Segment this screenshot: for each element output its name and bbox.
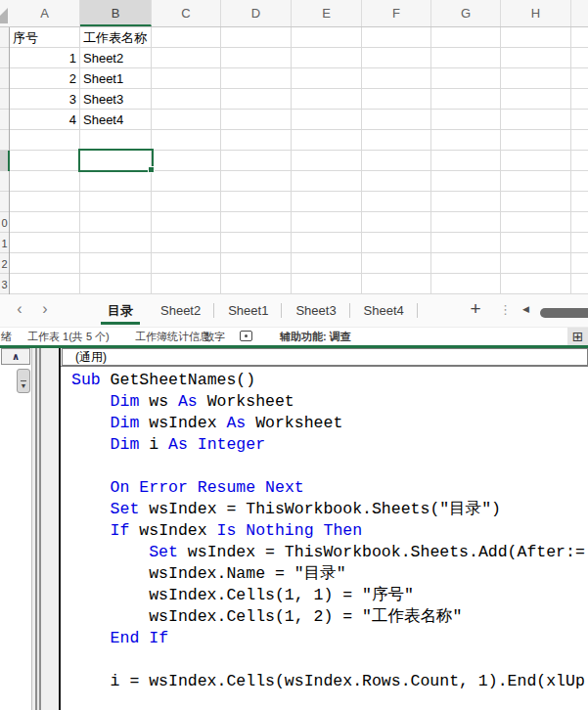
cell-b3[interactable]: Sheet1 [83, 70, 123, 88]
column-header-h[interactable]: H [501, 0, 571, 26]
cell-b1[interactable]: 工作表名称 [83, 29, 147, 47]
chevron-down-icon: ▼ [21, 380, 27, 390]
cell-a2[interactable]: 1 [10, 50, 76, 67]
column-header-row: A B C D E F G H [0, 0, 588, 27]
pane-scrollbar-thumb[interactable]: ▼ [17, 369, 30, 393]
status-sheet-count[interactable]: 工作表 1(共 5 个) [27, 328, 110, 345]
cell-b5[interactable]: Sheet4 [83, 111, 123, 129]
project-pane[interactable] [0, 348, 32, 710]
row-header-12[interactable]: 2 [0, 256, 9, 272]
horizontal-scrollbar-thumb[interactable] [540, 308, 588, 318]
select-all-corner[interactable] [0, 8, 8, 23]
column-header-f[interactable]: F [362, 0, 431, 26]
status-accessibility[interactable]: 辅助功能: 调查 [280, 328, 351, 345]
tab-scroll-right-button[interactable]: › [37, 300, 53, 318]
column-header-g[interactable]: G [431, 0, 501, 26]
cell-a1[interactable]: 序号 [13, 29, 38, 47]
sheet-tab-sheet1[interactable]: Sheet1 [214, 294, 282, 327]
column-header-e[interactable]: E [292, 0, 362, 26]
more-options-icon[interactable]: ⋮ [499, 302, 512, 317]
sheet-tab-mulu-active[interactable]: 目录 [94, 294, 147, 327]
code-editor-area[interactable]: Sub GetSheetNames() Dim ws As Worksheet … [61, 367, 588, 710]
sheet-tab-label: 目录 [108, 302, 133, 320]
sheet-tab-label: Sheet4 [364, 303, 404, 318]
cell-b2[interactable]: Sheet2 [83, 50, 123, 67]
column-header-c[interactable]: C [152, 0, 221, 26]
select-all-triangle-icon [0, 8, 8, 23]
row-header-7-selected[interactable] [0, 151, 10, 171]
cell-a5[interactable]: 4 [10, 111, 76, 129]
row-header-11[interactable]: 1 [0, 236, 9, 251]
cell-a3[interactable]: 2 [10, 70, 76, 88]
normal-view-button[interactable]: ⊞ [567, 328, 588, 345]
row-header-10[interactable]: 0 [0, 215, 9, 231]
cell-a4[interactable]: 3 [10, 91, 76, 109]
sheet-tab-sheet3[interactable]: Sheet3 [282, 294, 349, 327]
new-sheet-button[interactable]: + [467, 298, 484, 320]
pane-splitter[interactable] [35, 348, 41, 710]
column-header-d[interactable]: D [221, 0, 292, 26]
status-workbook-stats[interactable]: 工作簿统计信息 [135, 328, 210, 345]
hscroll-left-arrow-icon[interactable]: ◀ [522, 304, 529, 314]
macro-record-icon[interactable] [240, 331, 252, 341]
object-dropdown[interactable]: (通用) [62, 348, 588, 366]
sheet-tab-sheet2[interactable]: Sheet2 [147, 294, 214, 327]
sheet-tab-label: Sheet2 [160, 303, 201, 318]
status-bar: 绪 工作表 1(共 5 个) 工作簿统计信息 数字 辅助功能: 调查 ⊞ [0, 328, 588, 345]
tab-scroll-left-button[interactable]: ‹ [12, 300, 27, 318]
sheet-tab-sheet4[interactable]: Sheet4 [350, 294, 418, 327]
status-mode[interactable]: 数字 [204, 328, 225, 345]
excel-window: A B C D E F G H 0 1 2 3 序号 工作表名称 1 Sheet… [0, 0, 588, 710]
sheet-tab-label: Sheet1 [228, 303, 268, 318]
vba-editor: ∧ ▼ (通用) Sub GetSheetNames() Dim ws As W… [0, 348, 588, 710]
sheet-tab-bar: ‹ › 目录 Sheet2 Sheet1 Sheet3 Sheet4 + ⋮ ◀ [0, 294, 588, 328]
cell-b4[interactable]: Sheet3 [83, 91, 123, 109]
status-ready: 绪 [1, 328, 12, 345]
row-header-13[interactable]: 3 [0, 277, 9, 292]
fill-handle[interactable] [148, 166, 155, 173]
sheet-tab-label: Sheet3 [295, 303, 336, 318]
sheet-tabs: 目录 Sheet2 Sheet1 Sheet3 Sheet4 [94, 294, 418, 327]
scroll-up-button[interactable]: ∧ [1, 348, 30, 365]
vba-code[interactable]: Sub GetSheetNames() Dim ws As Worksheet … [71, 370, 585, 692]
selected-cell-b7[interactable] [78, 149, 154, 172]
column-header-b-selected[interactable]: B [80, 0, 152, 26]
column-header-a[interactable]: A [10, 0, 80, 26]
